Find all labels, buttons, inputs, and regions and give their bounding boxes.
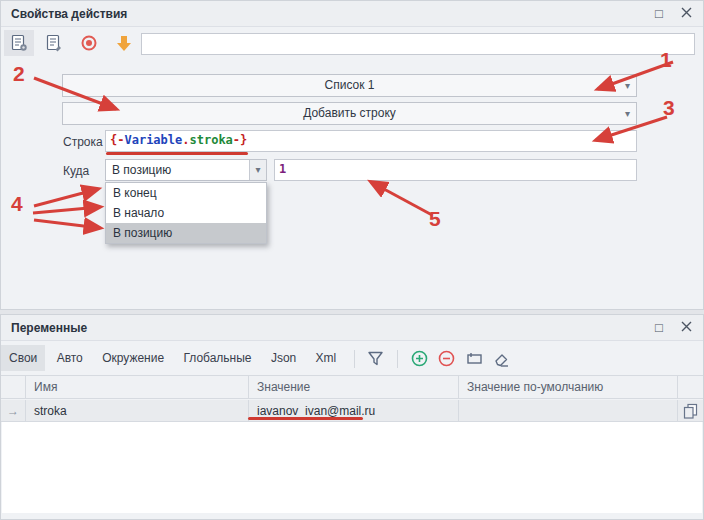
kuda-combobox[interactable]: В позицию ▾: [105, 159, 267, 181]
stroka-token-property: stroka: [189, 133, 232, 147]
stroka-token-close: -}: [233, 133, 247, 147]
operation-selector-combobox[interactable]: Добавить строку ▾: [62, 102, 637, 125]
download-arrow-button[interactable]: [109, 30, 139, 56]
annotation-number-2: 2: [13, 62, 25, 86]
stroka-field-label: Строка: [63, 135, 103, 149]
list-selector-combobox[interactable]: Список 1 ▾: [62, 74, 637, 97]
copy-icon: [682, 402, 699, 419]
header-actions-column: [678, 376, 703, 398]
header-name-column[interactable]: Имя: [26, 376, 249, 398]
action-search-input[interactable]: [141, 33, 695, 55]
chevron-down-icon: ▾: [625, 75, 630, 96]
kuda-field-label: Куда: [63, 164, 89, 178]
tab-globalnye[interactable]: Глобальные: [175, 345, 259, 371]
annotation-number-4: 4: [11, 192, 23, 216]
variables-table-empty-area[interactable]: [2, 422, 702, 513]
stroka-value-input[interactable]: {-Variable.stroka-}: [105, 130, 637, 152]
header-indicator-column: [1, 376, 26, 398]
tab-xml[interactable]: Xml: [308, 345, 345, 371]
annotation-number-3: 3: [663, 96, 675, 120]
close-icon[interactable]: [676, 5, 696, 23]
add-variable-button[interactable]: [408, 347, 432, 371]
arrow-down-icon: [114, 33, 134, 53]
filter-icon: [366, 349, 385, 368]
maximize-icon[interactable]: □: [649, 5, 669, 23]
record-button[interactable]: [74, 30, 104, 56]
action-panel-titlebar: Свойства действия □: [1, 1, 703, 27]
list-edit-button[interactable]: [39, 30, 69, 56]
row-default-cell[interactable]: [459, 400, 678, 421]
stroka-token-open: {-: [110, 133, 124, 147]
kuda-option-poziciyu[interactable]: В позицию: [106, 223, 266, 243]
position-value: 1: [279, 162, 286, 176]
list-selector-value: Список 1: [325, 78, 375, 92]
action-panel-title: Свойства действия: [11, 7, 127, 21]
add-icon: [410, 349, 429, 368]
stroka-token-object: Variable: [124, 133, 182, 147]
copy-value-button[interactable]: [678, 400, 703, 421]
header-value-column[interactable]: Значение: [249, 376, 459, 398]
variables-panel-title: Переменные: [11, 321, 87, 335]
tab-svoi[interactable]: Свои: [1, 345, 45, 371]
kuda-dropdown-list: В конец В начало В позицию: [105, 182, 267, 244]
operation-selector-value: Добавить строку: [303, 106, 396, 120]
remove-variable-button[interactable]: [435, 347, 459, 371]
chevron-down-icon: ▾: [625, 103, 630, 124]
edit-variable-button[interactable]: [462, 347, 486, 371]
toolbar-separator: [397, 350, 398, 368]
kuda-combobox-value: В позицию: [112, 163, 171, 177]
variables-table-header: Имя Значение Значение по-умолчанию: [1, 375, 703, 399]
row-indicator: →: [1, 400, 26, 421]
close-icon[interactable]: [676, 319, 696, 337]
annotation-number-1: 1: [660, 48, 672, 72]
edit-icon: [465, 349, 484, 368]
app-window: { "action_panel": { "title": "Свойства д…: [0, 0, 704, 520]
toolbar-separator: [354, 350, 355, 368]
list-edit-icon: [44, 33, 64, 53]
annotation-number-5: 5: [429, 207, 441, 231]
tab-okruzhenie[interactable]: Окружение: [94, 345, 172, 371]
list-settings-icon: [9, 33, 29, 53]
row-name-cell[interactable]: stroka: [26, 400, 249, 421]
kuda-option-konec[interactable]: В конец: [106, 183, 266, 203]
annotation-underline-stroka: [106, 152, 248, 155]
annotation-underline-email: [248, 417, 363, 420]
chevron-down-icon[interactable]: ▾: [249, 160, 266, 180]
action-properties-panel: Свойства действия □ Спис: [0, 0, 704, 310]
list-settings-button[interactable]: [4, 30, 34, 56]
record-icon: [79, 33, 99, 53]
kuda-option-nachalo[interactable]: В начало: [106, 203, 266, 223]
eraser-icon: [492, 349, 511, 368]
variables-tabs-toolbar: Свои Авто Окружение Глобальные Json Xml: [1, 342, 703, 373]
remove-icon: [437, 349, 456, 368]
header-default-column[interactable]: Значение по-умолчанию: [459, 376, 678, 398]
position-input[interactable]: 1: [274, 159, 637, 181]
tab-avto[interactable]: Авто: [49, 345, 91, 371]
maximize-icon[interactable]: □: [649, 319, 669, 337]
clear-variables-button[interactable]: [490, 347, 514, 371]
variables-panel-titlebar: Переменные □: [1, 315, 703, 341]
filter-button[interactable]: [364, 347, 388, 371]
tab-json[interactable]: Json: [263, 345, 304, 371]
